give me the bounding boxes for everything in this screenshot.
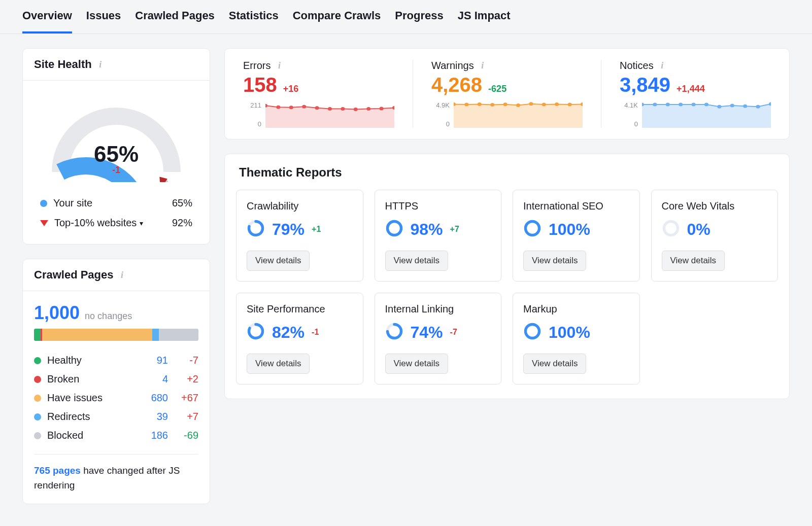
donut-icon (523, 219, 542, 239)
crawled-count[interactable]: 1,000 (34, 302, 80, 324)
summary-value: 3,849 (620, 74, 670, 96)
info-icon[interactable]: i (658, 61, 667, 71)
row-delta: +67 (168, 392, 198, 404)
view-details-button[interactable]: View details (247, 251, 310, 271)
svg-point-37 (387, 222, 401, 235)
summary-errors[interactable]: Errors i 158 +16 2110 (225, 60, 413, 128)
view-details-button[interactable]: View details (523, 354, 586, 374)
tab-compare-crawls[interactable]: Compare Crawls (293, 9, 381, 33)
site-health-header: Site Health i (23, 49, 210, 81)
tab-crawled-pages[interactable]: Crawled Pages (135, 9, 215, 33)
sparkline: 4.9K0 (431, 101, 583, 128)
tab-js-impact[interactable]: JS Impact (458, 9, 511, 33)
bar-segment-blocked[interactable] (159, 329, 198, 341)
summary-delta: +1,444 (676, 84, 705, 94)
triangle-down-icon (40, 220, 48, 226)
report-pct: 100% (549, 323, 590, 342)
row-value: 39 (138, 411, 168, 423)
crawled-row-blocked[interactable]: Blocked 186 -69 (34, 426, 198, 445)
divider (34, 454, 198, 454)
report-title: International SEO (523, 200, 629, 212)
svg-point-2 (276, 106, 280, 109)
svg-point-25 (666, 102, 670, 106)
svg-point-28 (704, 102, 708, 106)
crawled-subtitle: no changes (85, 311, 132, 322)
donut-icon (523, 322, 542, 342)
tab-issues[interactable]: Issues (86, 9, 121, 33)
view-details-button[interactable]: View details (523, 251, 586, 271)
legend-label: Top-10% websites (54, 217, 137, 229)
report-markup: Markup 100% View details (513, 293, 640, 384)
report-title: Crawlability (247, 200, 353, 212)
legend-label: Your site (53, 197, 92, 209)
svg-point-39 (526, 222, 539, 235)
site-health-card: Site Health i 65% -1 (22, 48, 210, 244)
svg-point-8 (354, 108, 358, 111)
svg-point-9 (366, 107, 370, 111)
sparkline: 2110 (243, 101, 394, 128)
svg-point-19 (542, 103, 546, 107)
info-icon[interactable]: i (275, 61, 284, 71)
view-details-button[interactable]: View details (385, 354, 448, 374)
legend-top10[interactable]: Top-10% websites ▾ 92% (40, 213, 192, 233)
crawled-pages-header: Crawled Pages i (23, 259, 210, 291)
tab-progress[interactable]: Progress (395, 9, 443, 33)
report-title: Site Performance (247, 303, 353, 315)
crawled-distribution-bar[interactable] (34, 329, 198, 341)
row-label: Have issues (47, 392, 138, 404)
sparkline: 4.1K0 (620, 101, 771, 128)
legend-your-site[interactable]: Your site 65% (40, 193, 192, 213)
report-title: Internal Linking (385, 303, 491, 315)
site-health-title: Site Health (34, 58, 92, 71)
row-delta: +2 (168, 373, 198, 385)
info-icon[interactable]: i (96, 60, 105, 69)
bar-segment-have_issues[interactable] (42, 329, 152, 341)
legend-value: 92% (172, 217, 192, 229)
crawled-pages-card: Crawled Pages i 1,000 no changes Healthy… (22, 259, 210, 504)
crawled-row-redirects[interactable]: Redirects 39 +7 (34, 407, 198, 426)
svg-point-47 (526, 325, 539, 338)
row-value: 680 (138, 392, 168, 404)
svg-point-21 (568, 103, 572, 107)
report-pct: 79% (272, 220, 304, 239)
site-health-value: 65% (45, 142, 187, 167)
summary-warnings[interactable]: Warnings i 4,268 -625 4.9K0 (413, 60, 601, 128)
svg-point-40 (664, 222, 678, 235)
dot-icon (40, 200, 47, 207)
view-details-button[interactable]: View details (662, 251, 725, 271)
tab-bar: OverviewIssuesCrawled PagesStatisticsCom… (0, 0, 812, 34)
svg-point-29 (717, 105, 721, 109)
donut-icon (247, 322, 265, 342)
tab-statistics[interactable]: Statistics (229, 9, 279, 33)
dot-icon (34, 395, 41, 402)
view-details-button[interactable]: View details (247, 354, 310, 374)
summary-title: Errors i (243, 60, 394, 72)
crawled-row-healthy[interactable]: Healthy 91 -7 (34, 351, 198, 370)
svg-point-18 (529, 102, 533, 106)
tab-overview[interactable]: Overview (22, 9, 72, 33)
bar-segment-healthy[interactable] (34, 329, 41, 341)
summary-value: 158 (243, 74, 277, 96)
svg-point-14 (478, 102, 482, 106)
row-value: 186 (138, 430, 168, 441)
summary-value: 4,268 (431, 74, 482, 96)
report-pct: 98% (411, 220, 443, 239)
svg-point-26 (679, 102, 683, 106)
js-rendering-note[interactable]: 765 pages have changed after JS renderin… (34, 464, 198, 493)
chevron-down-icon: ▾ (140, 219, 143, 227)
svg-point-32 (756, 105, 760, 109)
row-value: 4 (138, 373, 168, 385)
info-icon[interactable]: i (118, 270, 127, 279)
report-title: Core Web Vitals (662, 200, 768, 212)
crawled-row-have-issues[interactable]: Have issues 680 +67 (34, 389, 198, 407)
dot-icon (34, 432, 41, 439)
view-details-button[interactable]: View details (385, 251, 448, 271)
report-site-performance: Site Performance 82% -1 View details (236, 293, 363, 384)
summary-notices[interactable]: Notices i 3,849 +1,444 4.1K0 (601, 60, 789, 128)
thematic-reports-card: Thematic Reports Crawlability 79% +1 Vie… (224, 154, 790, 399)
bar-segment-redirects[interactable] (152, 329, 159, 341)
row-label: Redirects (47, 411, 138, 423)
crawled-row-broken[interactable]: Broken 4 +2 (34, 370, 198, 389)
info-icon[interactable]: i (478, 61, 487, 71)
report-title: HTTPS (385, 200, 491, 212)
